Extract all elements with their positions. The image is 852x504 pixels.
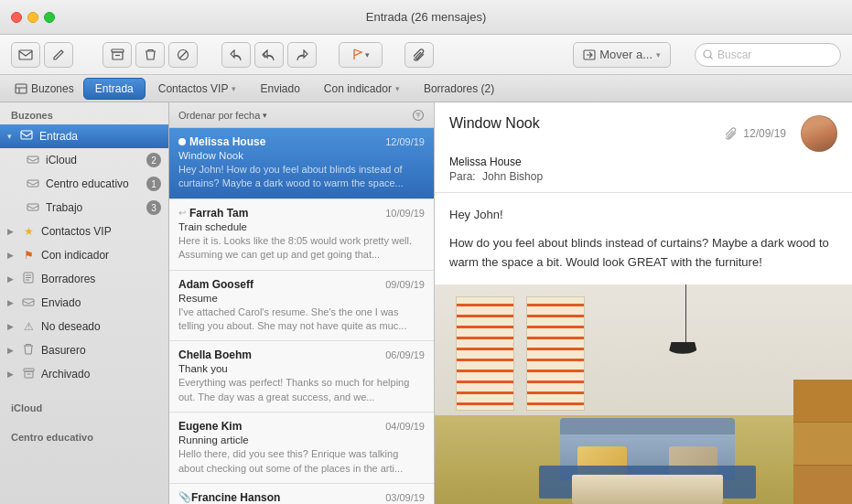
sidebar-item-enviado[interactable]: ▶ Enviado — [0, 291, 168, 315]
sidebar-item-icloud[interactable]: iCloud 2 — [0, 148, 168, 172]
sidebar-section-buzones: Buzones — [0, 102, 168, 124]
sidebar-item-basurero[interactable]: ▶ Basurero — [0, 338, 168, 362]
tab-contactos-vip[interactable]: Contactos VIP ▾ — [147, 78, 248, 100]
sidebar-section-icloud: iCloud — [0, 395, 168, 417]
sidebar-item-con-indicador[interactable]: ▶ ⚑ Con indicador — [0, 243, 168, 267]
tab-enviado-label: Enviado — [260, 82, 299, 95]
sidebar-item-entrada[interactable]: ▾ Entrada — [0, 124, 168, 148]
svg-rect-0 — [19, 50, 32, 59]
sidebar-item-archivado[interactable]: ▶ Archivado — [0, 362, 168, 386]
trabajo-label: Trabajo — [46, 201, 141, 214]
sidebar-item-trabajo[interactable]: Trabajo 3 — [0, 196, 168, 220]
email-sender-5: Eugene Kim — [178, 420, 242, 433]
main-layout: Buzones ▾ Entrada iCloud 2 — [0, 102, 852, 504]
sidebar-item-contactos-vip[interactable]: ▶ ★ Contactos VIP — [0, 220, 168, 243]
vip-star-icon: ★ — [21, 225, 36, 238]
detail-to-field: Para: John Bishop — [449, 170, 543, 183]
detail-to-name: John Bishop — [482, 170, 543, 183]
sidebar-item-centro-educativo[interactable]: Centro educativo 1 — [0, 172, 168, 196]
close-button[interactable] — [11, 12, 22, 23]
spam-icon: ⚠ — [21, 320, 36, 333]
window-controls[interactable] — [11, 12, 55, 23]
email-item-3[interactable]: Adam Gooseff 09/09/19 Resume I've attach… — [169, 271, 434, 342]
sort-direction: ▾ — [263, 111, 267, 120]
cabinet — [793, 380, 852, 504]
sidebar-item-no-deseado[interactable]: ▶ ⚠ No deseado — [0, 315, 168, 338]
centro-label: Centro educativo — [46, 177, 141, 190]
basurero-label: Basurero — [41, 344, 161, 357]
email-item-2[interactable]: ↩ Farrah Tam 10/09/19 Train schedule Her… — [169, 199, 434, 271]
fullscreen-button[interactable] — [44, 12, 55, 23]
email-item-4[interactable]: Chella Boehm 06/09/19 Thank you Everythi… — [169, 341, 434, 413]
block-button[interactable] — [168, 42, 198, 68]
email-item-1[interactable]: Melissa House 12/09/19 Window Nook Hey J… — [169, 128, 434, 199]
attachment-icon-6: 📎 — [178, 491, 191, 503]
email-list: Ordenar por fecha ▾ Melissa House 12/09/… — [169, 102, 435, 504]
sidebar-item-borradores[interactable]: ▶ Borradores — [0, 267, 168, 291]
centro-icon — [26, 177, 40, 190]
titlebar: Entrada (26 mensajes) — [0, 0, 852, 35]
svg-rect-12 — [23, 299, 34, 306]
sort-button[interactable]: Ordenar por fecha ▾ — [178, 110, 267, 121]
icloud-label: iCloud — [46, 154, 141, 166]
lamp-shade — [668, 342, 697, 354]
detail-sender-name: Melissa House — [449, 155, 522, 168]
tab-buzones[interactable]: Buzones — [7, 78, 81, 100]
email-item-6[interactable]: 📎 Francine Hanson 03/09/19 Desert Photos… — [169, 484, 434, 504]
compose-group — [11, 42, 73, 68]
tab-con-indicador[interactable]: Con indicador ▾ — [313, 78, 411, 100]
unread-dot-1 — [178, 138, 186, 145]
mailbox-icon-button[interactable] — [11, 42, 40, 68]
avatar — [801, 115, 837, 152]
search-bar[interactable]: Buscar — [695, 43, 841, 67]
minimize-button[interactable] — [27, 12, 38, 23]
tabbar: Buzones Entrada Contactos VIP ▾ Enviado … — [0, 75, 852, 102]
reply-all-button[interactable] — [254, 42, 284, 68]
reply-group — [221, 42, 317, 68]
email-subject-2: Train schedule — [178, 221, 425, 232]
email-date-5: 04/09/19 — [385, 421, 425, 432]
archive-button[interactable] — [102, 42, 132, 68]
move-to-label: Mover a... — [599, 48, 652, 61]
email-date-6: 03/09/19 — [385, 492, 425, 503]
window-right — [526, 296, 585, 411]
trabajo-badge: 3 — [146, 200, 161, 215]
detail-date: 12/09/19 — [743, 127, 786, 140]
avatar-face — [802, 116, 836, 151]
reply-button[interactable] — [221, 42, 251, 68]
tab-entrada[interactable]: Entrada — [83, 78, 146, 100]
attachment-button[interactable] — [404, 42, 434, 68]
detail-body: Hey John! How do you feel about blinds i… — [435, 193, 852, 284]
svg-rect-9 — [27, 180, 38, 187]
detail-room-image — [435, 284, 852, 504]
compose-button[interactable] — [44, 42, 73, 68]
trash-button[interactable] — [135, 42, 165, 68]
reply-icon-2: ↩ — [178, 208, 186, 218]
email-preview-1: Hey John! How do you feel about blinds i… — [178, 163, 425, 191]
flag-button[interactable]: ▾ — [339, 42, 383, 68]
svg-rect-6 — [16, 84, 27, 93]
search-placeholder: Buscar — [717, 48, 751, 61]
tab-enviado[interactable]: Enviado — [249, 78, 310, 100]
email-sender-2: Farrah Tam — [189, 207, 248, 220]
sort-label: Ordenar por fecha — [178, 110, 260, 121]
no-deseado-label: No deseado — [41, 320, 161, 333]
enviado-icon — [21, 296, 36, 309]
archive-sidebar-icon — [21, 368, 36, 381]
con-indicador-label: Con indicador — [41, 249, 161, 262]
contactos-vip-dropdown-icon: ▾ — [232, 84, 236, 93]
email-preview-3: I've attached Carol's resume. She's the … — [178, 306, 425, 334]
email-item-5[interactable]: Eugene Kim 04/09/19 Running article Hell… — [169, 413, 434, 484]
filter-icon[interactable] — [412, 109, 425, 122]
centro-badge: 1 — [146, 177, 161, 191]
coffee-table — [572, 475, 722, 503]
email-date-4: 06/09/19 — [385, 349, 425, 360]
icloud-badge: 2 — [146, 153, 161, 167]
tab-borradores[interactable]: Borradores (2) — [413, 78, 505, 100]
email-sender-1: Melissa House — [189, 135, 265, 148]
move-to-button[interactable]: Mover a... ▾ — [573, 42, 671, 68]
tab-contactos-vip-label: Contactos VIP — [158, 82, 229, 95]
forward-button[interactable] — [287, 42, 317, 68]
email-sender-4: Chella Boehm — [178, 349, 252, 361]
email-sender-3: Adam Gooseff — [178, 278, 253, 291]
